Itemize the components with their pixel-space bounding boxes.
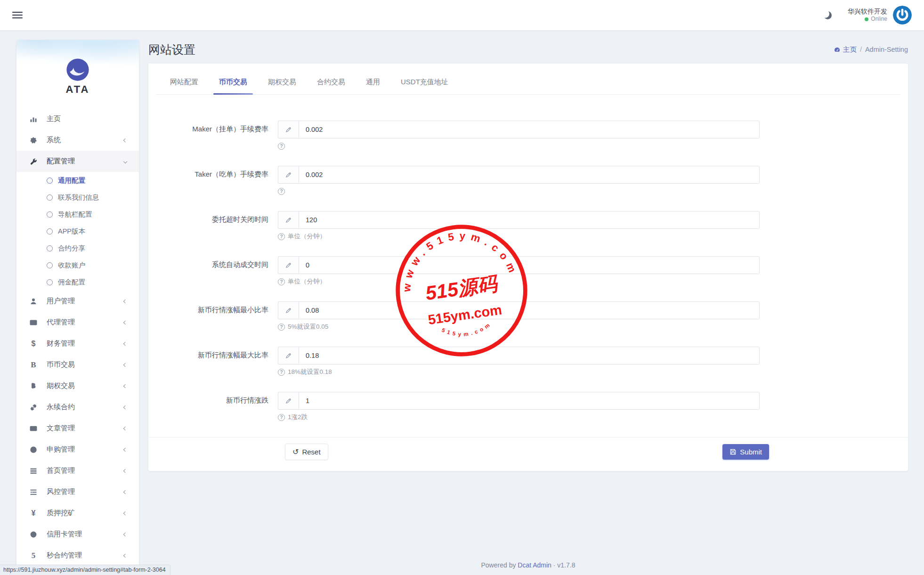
field-help: ?单位（分钟） bbox=[278, 278, 760, 285]
field-label: 系统自动成交时间 bbox=[148, 256, 278, 285]
circle-icon bbox=[47, 211, 53, 218]
avatar[interactable] bbox=[893, 6, 912, 24]
edit-pencil-icon[interactable] bbox=[278, 121, 299, 138]
circle-icon bbox=[47, 178, 53, 184]
reset-button[interactable]: ↺ Reset bbox=[285, 444, 328, 460]
sidebar-subitem-payment-account[interactable]: 收款账户 bbox=[16, 257, 139, 274]
edit-pencil-icon[interactable] bbox=[278, 211, 299, 229]
field-input-max-rise-rate[interactable] bbox=[299, 347, 760, 364]
field-help: ?单位（分钟） bbox=[278, 233, 760, 240]
footer-separator: · bbox=[553, 561, 556, 569]
edit-pencil-icon[interactable] bbox=[278, 256, 299, 274]
sidebar-item-homepage[interactable]: 首页管理 bbox=[16, 460, 139, 481]
circle-icon bbox=[47, 194, 53, 201]
page-footer: Powered by Dcat Admin · v1.7.8 bbox=[148, 561, 908, 569]
sidebar-subitem-general-config[interactable]: 通用配置 bbox=[16, 172, 139, 189]
sidebar-item-spot-trade[interactable]: B币币交易 bbox=[16, 354, 139, 375]
tab-options[interactable]: 期权交易 bbox=[266, 78, 298, 87]
newspaper-icon bbox=[30, 425, 40, 432]
field-input-rise-fall[interactable] bbox=[299, 392, 760, 410]
sidebar-item-staking[interactable]: ¥质押挖矿 bbox=[16, 502, 139, 524]
field-label: 新币行情涨跌 bbox=[148, 392, 278, 421]
sidebar-item-credit-card[interactable]: 信用卡管理 bbox=[16, 524, 139, 545]
sidebar-subitem-navbar-config[interactable]: 导航栏配置 bbox=[16, 206, 139, 223]
edit-pencil-icon[interactable] bbox=[278, 347, 299, 364]
hamburger-menu-icon[interactable] bbox=[12, 10, 23, 20]
field-help: ?18%就设置0.18 bbox=[278, 368, 760, 376]
power-logo-icon bbox=[893, 6, 912, 24]
dark-mode-moon-icon[interactable] bbox=[824, 11, 832, 19]
brand-logo-icon[interactable] bbox=[65, 57, 90, 82]
edit-pencil-icon[interactable] bbox=[278, 166, 299, 184]
tab-spot[interactable]: 币币交易 bbox=[217, 78, 249, 87]
sidebar-item-label: 系统 bbox=[47, 136, 124, 145]
online-status-label: Online bbox=[871, 16, 887, 23]
sidebar-item-perpetual[interactable]: 永续合约 bbox=[16, 397, 139, 418]
sidebar-menu: 主页系统配置管理通用配置联系我们信息导航栏配置APP版本合约分享收款账户佣金配置… bbox=[16, 108, 139, 566]
sidebar-item-articles[interactable]: 文章管理 bbox=[16, 418, 139, 439]
sidebar-item-system[interactable]: 系统 bbox=[16, 130, 139, 151]
breadcrumb-home-link[interactable]: 主页 bbox=[834, 45, 857, 54]
sidebar-item-label: 配置管理 bbox=[47, 157, 124, 166]
sidebar-item-agents[interactable]: 代理管理 bbox=[16, 312, 139, 333]
form-row-auto-deal-time: 系统自动成交时间?单位（分钟） bbox=[148, 256, 908, 285]
sidebar-item-label: 主页 bbox=[47, 114, 127, 123]
circle-icon bbox=[47, 245, 53, 251]
sidebar-subitem-commission-config[interactable]: 佣金配置 bbox=[16, 274, 139, 291]
sidebar-item-config[interactable]: 配置管理 bbox=[16, 151, 139, 172]
online-status-dot bbox=[865, 17, 868, 21]
stream-icon bbox=[30, 488, 40, 496]
sidebar-item-second-contract[interactable]: 5秒合约管理 bbox=[16, 545, 139, 566]
form-row-order-timeout: 委托超时关闭时间?单位（分钟） bbox=[148, 211, 908, 240]
chevron-left-icon bbox=[123, 341, 127, 345]
sidebar-item-label: 申购管理 bbox=[47, 445, 124, 454]
field-help-text: 5%就设置0.05 bbox=[288, 323, 328, 331]
save-floppy-icon bbox=[729, 448, 737, 455]
sidebar-item-label: 永续合约 bbox=[47, 403, 124, 412]
tab-general[interactable]: 通用 bbox=[364, 78, 382, 87]
field-input-min-rise-rate[interactable] bbox=[299, 301, 760, 319]
dcat-admin-link[interactable]: Dcat Admin bbox=[518, 561, 551, 569]
chevron-left-icon bbox=[123, 299, 127, 303]
chevron-left-icon bbox=[123, 426, 127, 430]
submit-button[interactable]: Submit bbox=[722, 444, 769, 460]
form-row-max-rise-rate: 新币行情涨幅最大比率?18%就设置0.18 bbox=[148, 347, 908, 376]
edit-pencil-icon[interactable] bbox=[278, 392, 299, 410]
sidebar-item-home[interactable]: 主页 bbox=[16, 108, 139, 130]
settings-card: 网站配置币币交易期权交易合约交易通用USDT充值地址 Maker（挂单）手续费率… bbox=[148, 64, 908, 471]
tab-usdt-address[interactable]: USDT充值地址 bbox=[399, 78, 450, 87]
settings-form: Maker（挂单）手续费率?Taker（吃单）手续费率?委托超时关闭时间?单位（… bbox=[148, 95, 908, 421]
sidebar-item-label: 币币交易 bbox=[47, 360, 124, 369]
field-label: Taker（吃单）手续费率 bbox=[148, 166, 278, 195]
breadcrumb: 主页 / Admin-Setting bbox=[834, 45, 908, 54]
field-input-order-timeout[interactable] bbox=[299, 211, 760, 229]
sidebar-subitem-contract-share[interactable]: 合约分享 bbox=[16, 240, 139, 257]
help-question-icon: ? bbox=[278, 324, 285, 331]
chevron-left-icon bbox=[123, 490, 127, 494]
field-input-maker-fee[interactable] bbox=[299, 121, 760, 138]
dollar-icon: $ bbox=[30, 340, 40, 348]
help-question-icon: ? bbox=[278, 278, 285, 285]
sidebar-item-options-trade[interactable]: 期权交易 bbox=[16, 375, 139, 397]
field-input-taker-fee[interactable] bbox=[299, 166, 760, 184]
sidebar: ATA 主页系统配置管理通用配置联系我们信息导航栏配置APP版本合约分享收款账户… bbox=[16, 40, 139, 575]
bars-icon bbox=[30, 467, 40, 475]
life-ring-icon bbox=[30, 446, 40, 454]
sidebar-item-risk-control[interactable]: 风控管理 bbox=[16, 481, 139, 502]
user-menu[interactable]: 华兴软件开发 Online bbox=[848, 8, 887, 23]
chevron-down-icon bbox=[123, 159, 127, 163]
sidebar-item-finance[interactable]: $财务管理 bbox=[16, 333, 139, 354]
sidebar-subitem-app-version[interactable]: APP版本 bbox=[16, 223, 139, 240]
chevron-left-icon bbox=[123, 553, 127, 557]
sidebar-item-subscription[interactable]: 申购管理 bbox=[16, 439, 139, 460]
sidebar-item-label: 财务管理 bbox=[47, 339, 124, 348]
sidebar-item-users[interactable]: 用户管理 bbox=[16, 291, 139, 312]
tab-contract[interactable]: 合约交易 bbox=[315, 78, 347, 87]
sidebar-subitem-label: 联系我们信息 bbox=[58, 193, 99, 202]
sidebar-subitem-contact-info[interactable]: 联系我们信息 bbox=[16, 189, 139, 206]
edit-pencil-icon[interactable] bbox=[278, 301, 299, 319]
tab-site-config[interactable]: 网站配置 bbox=[168, 78, 200, 87]
five-icon: 5 bbox=[30, 551, 40, 559]
field-input-auto-deal-time[interactable] bbox=[299, 256, 760, 274]
gear-icon bbox=[30, 137, 40, 144]
